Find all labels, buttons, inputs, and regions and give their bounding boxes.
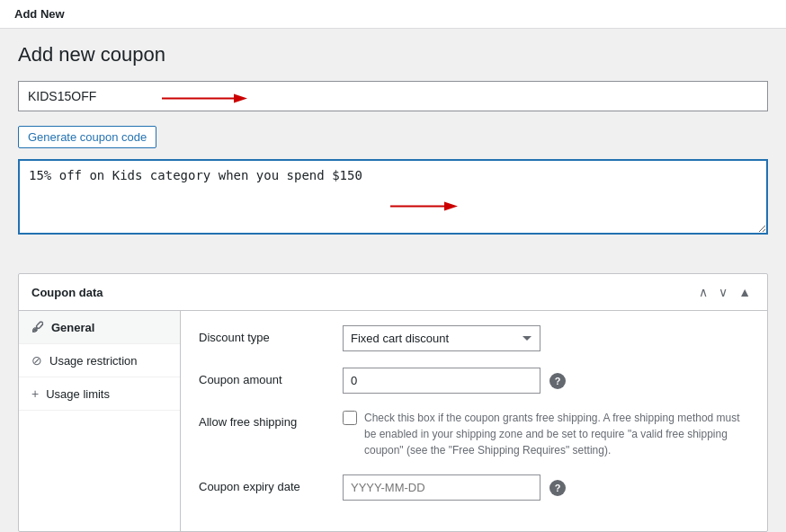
free-shipping-checkbox-row: Check this box if the coupon grants free… <box>343 410 749 458</box>
coupon-amount-label: Coupon amount <box>199 368 343 386</box>
coupon-code-row <box>18 81 768 119</box>
nav-item-usage-restriction[interactable]: ⊘ Usage restriction <box>19 344 180 377</box>
usage-restriction-icon: ⊘ <box>31 353 42 368</box>
collapse-up-button[interactable]: ∧ <box>695 283 711 301</box>
page-title: Add new coupon <box>18 43 768 66</box>
coupon-expiry-row: Coupon expiry date ? <box>199 474 749 501</box>
general-icon: 🖋 <box>31 320 44 334</box>
coupon-expiry-input[interactable] <box>343 474 540 501</box>
allow-free-shipping-control: Check this box if the coupon grants free… <box>343 410 749 458</box>
nav-label-usage-limits: Usage limits <box>46 387 110 401</box>
coupon-data-sidebar: 🖋 General ⊘ Usage restriction + Usage li… <box>19 311 181 531</box>
nav-label-usage-restriction: Usage restriction <box>49 354 138 368</box>
coupon-data-title: Coupon data <box>31 286 103 299</box>
description-wrapper: 15% off on Kids category when you spend … <box>18 159 768 255</box>
allow-free-shipping-checkbox[interactable] <box>343 411 357 425</box>
coupon-expiry-help-icon[interactable]: ? <box>549 480 566 496</box>
usage-limits-icon: + <box>31 386 39 401</box>
discount-type-control: Percentage discount Fixed cart discount … <box>343 325 749 351</box>
coupon-amount-row: Coupon amount ? <box>199 368 749 394</box>
generate-coupon-button[interactable]: Generate coupon code <box>18 126 156 148</box>
coupon-expiry-label: Coupon expiry date <box>199 474 343 493</box>
svg-marker-1 <box>234 94 247 103</box>
coupon-amount-input[interactable] <box>343 368 540 394</box>
top-bar-title: Add New <box>14 7 65 21</box>
coupon-amount-control: ? <box>343 368 749 394</box>
arrow-annotation-1 <box>162 90 252 111</box>
nav-item-general[interactable]: 🖋 General <box>19 311 180 344</box>
coupon-expiry-control: ? <box>343 474 749 501</box>
coupon-data-header: Coupon data ∧ ∨ ▲ <box>19 274 767 311</box>
discount-type-label: Discount type <box>199 325 343 344</box>
main-content: Add new coupon Generate coupon code 15% … <box>0 29 786 532</box>
discount-type-row: Discount type Percentage discount Fixed … <box>199 325 749 351</box>
nav-item-usage-limits[interactable]: + Usage limits <box>19 377 180 411</box>
top-bar: Add New <box>0 0 786 29</box>
allow-free-shipping-label: Allow free shipping <box>199 410 343 429</box>
nav-label-general: General <box>51 321 94 334</box>
coupon-description-textarea[interactable]: 15% off on Kids category when you spend … <box>18 159 768 235</box>
collapse-down-button[interactable]: ∨ <box>715 283 731 301</box>
form-panel: Discount type Percentage discount Fixed … <box>181 311 767 531</box>
coupon-code-input[interactable] <box>18 81 768 111</box>
red-arrow-icon <box>162 90 252 108</box>
coupon-data-controls: ∧ ∨ ▲ <box>695 283 755 301</box>
allow-free-shipping-row: Allow free shipping Check this box if th… <box>199 410 749 458</box>
free-shipping-checkbox-label: Check this box if the coupon grants free… <box>364 410 749 458</box>
coupon-data-box: Coupon data ∧ ∨ ▲ 🖋 General ⊘ Usage rest… <box>18 273 768 532</box>
coupon-data-body: 🖋 General ⊘ Usage restriction + Usage li… <box>19 311 767 531</box>
discount-type-select[interactable]: Percentage discount Fixed cart discount … <box>343 325 540 351</box>
toggle-button[interactable]: ▲ <box>735 283 755 301</box>
coupon-amount-help-icon[interactable]: ? <box>549 373 566 389</box>
